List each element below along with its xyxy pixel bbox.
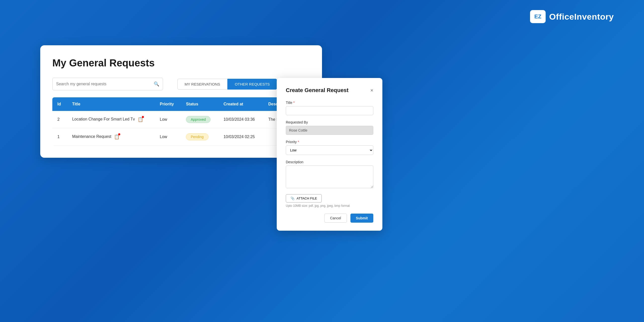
top-controls: 🔍 MY RESERVATIONS OTHER REQUESTS Export — [52, 78, 310, 90]
cell-id: 2 — [52, 111, 67, 128]
cell-created-at: 10/03/2024 02:25 — [218, 128, 263, 146]
cell-priority: Low — [155, 128, 181, 146]
form-group-priority: Priority * Low Medium High — [286, 140, 373, 155]
form-group-attach: 📎 ATTACH FILE Upto 10MB size: pdf, jpg, … — [286, 194, 373, 208]
tab-my-reservations[interactable]: MY RESERVATIONS — [177, 79, 227, 90]
modal-header: Create General Request × — [286, 87, 373, 94]
page-title: My General Requests — [52, 57, 310, 69]
requests-table: Id Title Priority Status Created at Desc… — [52, 97, 310, 146]
ez-logo: EZ — [530, 10, 546, 23]
form-group-requested-by: Requested By Rose Cottle — [286, 120, 373, 135]
col-status: Status — [181, 97, 218, 111]
cell-status: Pending — [181, 128, 218, 146]
col-created-at: Created at — [218, 97, 263, 111]
form-group-title: Title * — [286, 101, 373, 115]
notification-dot — [142, 116, 144, 118]
search-box: 🔍 — [52, 78, 163, 90]
tab-group: MY RESERVATIONS OTHER REQUESTS — [177, 79, 277, 90]
modal-close-button[interactable]: × — [370, 88, 373, 93]
form-group-description: Description — [286, 160, 373, 189]
note-icon: 📋 — [138, 117, 143, 122]
tab-other-requests[interactable]: OTHER REQUESTS — [227, 79, 277, 90]
header: EZ OfficeInventory — [530, 10, 614, 23]
status-badge: Pending — [186, 133, 208, 140]
search-input[interactable] — [56, 82, 154, 86]
requested-by-label: Requested By — [286, 120, 373, 124]
col-title: Title — [67, 97, 155, 111]
status-badge: Approved — [186, 116, 211, 123]
submit-button[interactable]: Submit — [350, 214, 373, 223]
modal-title: Create General Request — [286, 87, 348, 94]
paperclip-icon: 📎 — [291, 196, 295, 200]
required-indicator: * — [298, 140, 299, 144]
description-label: Description — [286, 160, 373, 164]
brand-name: OfficeInventory — [549, 12, 614, 22]
notification-dot — [118, 133, 120, 135]
cell-status: Approved — [181, 111, 218, 128]
cell-id: 1 — [52, 128, 67, 146]
cell-created-at: 10/03/2024 03:36 — [218, 111, 263, 128]
description-textarea[interactable] — [286, 166, 373, 188]
note-icon: 📋 — [114, 134, 119, 140]
cell-title: Maintenance Request 📋 — [67, 128, 155, 146]
create-request-modal: Create General Request × Title * Request… — [277, 78, 382, 231]
table-row: 1 Maintenance Request 📋 Low Pending 10/0… — [52, 128, 310, 146]
attach-hint: Upto 10MB size: pdf, jpg, png, jpeg, bmp… — [286, 204, 373, 208]
priority-select[interactable]: Low Medium High — [286, 145, 373, 155]
col-id: Id — [52, 97, 67, 111]
required-indicator: * — [293, 101, 295, 105]
title-input[interactable] — [286, 106, 373, 115]
cancel-button[interactable]: Cancel — [324, 214, 347, 223]
col-priority: Priority — [155, 97, 181, 111]
priority-label: Priority * — [286, 140, 373, 144]
requested-by-value: Rose Cottle — [286, 126, 373, 135]
modal-footer: Cancel Submit — [286, 214, 373, 223]
cell-title: Location Change For Smart Led Tv 📋 — [67, 111, 155, 128]
attach-file-button[interactable]: 📎 ATTACH FILE — [286, 194, 322, 203]
table-header: Id Title Priority Status Created at Desc… — [52, 97, 310, 111]
table-body: 2 Location Change For Smart Led Tv 📋 Low… — [52, 111, 310, 146]
title-label: Title * — [286, 101, 373, 105]
search-icon: 🔍 — [154, 81, 159, 87]
cell-priority: Low — [155, 111, 181, 128]
table-row: 2 Location Change For Smart Led Tv 📋 Low… — [52, 111, 310, 128]
